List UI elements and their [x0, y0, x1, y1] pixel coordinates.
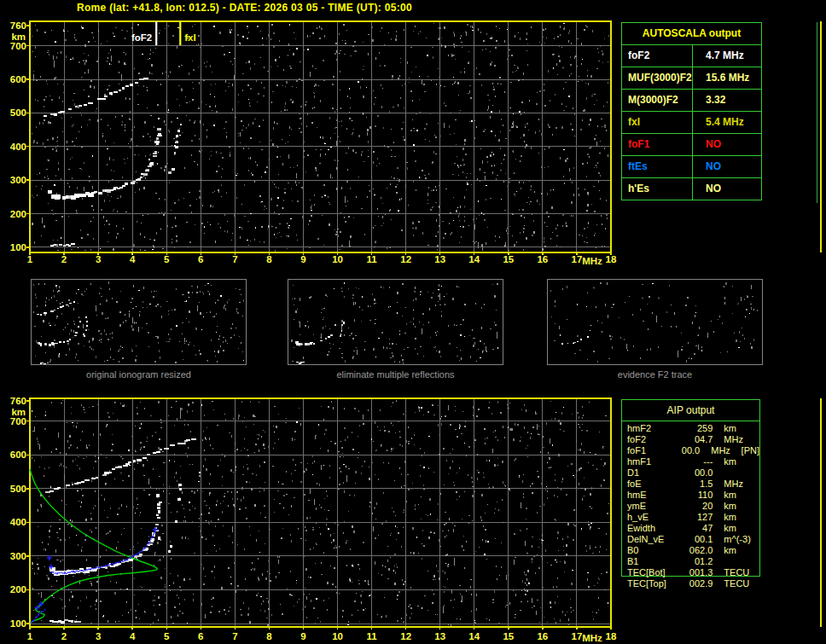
aip-row: foE1.5MHz — [622, 479, 759, 490]
svg-text:760: 760 — [10, 396, 26, 406]
autoscala-row-value: 3.32 — [693, 90, 761, 111]
aip-value: 00.0 — [671, 445, 700, 456]
svg-text:15: 15 — [503, 631, 514, 641]
svg-text:9: 9 — [300, 631, 305, 641]
svg-text:11: 11 — [367, 254, 378, 264]
autoscala-row-label: M(3000)F2 — [622, 90, 693, 111]
svg-text:7: 7 — [232, 254, 237, 264]
svg-text:1: 1 — [27, 254, 33, 264]
svg-text:18: 18 — [606, 631, 617, 641]
aip-label: foE — [622, 479, 679, 490]
panel-original-ionogram — [31, 279, 247, 365]
svg-text:3: 3 — [96, 631, 101, 641]
autoscala-row: ftEsNO — [622, 155, 761, 177]
svg-text:10: 10 — [332, 254, 343, 264]
aip-unit: TECU — [724, 567, 759, 578]
aip-unit: MHz — [724, 434, 759, 445]
aip-row: hmF2259km — [622, 423, 759, 434]
aip-row: foF204.7MHz — [622, 434, 759, 445]
svg-text:12: 12 — [400, 631, 411, 641]
svg-text:17: 17 — [572, 254, 583, 264]
svg-text:2: 2 — [61, 254, 67, 264]
aip-label: h_vE — [622, 512, 679, 523]
autoscala-row: M(3000)F23.32 — [622, 89, 761, 111]
aip-unit: km — [724, 423, 759, 434]
aip-unit: km — [724, 512, 759, 523]
autoscala-row-value: NO — [693, 134, 761, 155]
aip-row: hmE110km — [622, 490, 759, 501]
svg-text:MHz: MHz — [582, 256, 602, 266]
autoscala-row: h'EsNO — [622, 177, 761, 200]
svg-text:9: 9 — [300, 254, 305, 264]
svg-text:8: 8 — [266, 631, 272, 641]
svg-text:500: 500 — [10, 107, 26, 118]
aip-extra: [PN] — [742, 445, 759, 456]
panel-label-original: original ionogram resized — [31, 369, 247, 380]
aip-row: B0062.0km — [622, 545, 759, 556]
svg-text:2: 2 — [61, 631, 67, 641]
aip-row: DelN_vE00.1m^(-3) — [622, 534, 759, 545]
aip-row: D100.0 — [622, 467, 759, 479]
svg-text:14: 14 — [468, 631, 480, 641]
aip-row: hmF1---km — [622, 456, 759, 467]
autoscala-row-label: MUF(3000)F2 — [622, 67, 693, 89]
fxi-marker-label: fxI — [184, 32, 195, 43]
autoscala-row-value: 5.4 MHz — [693, 112, 761, 133]
svg-text:5: 5 — [164, 631, 170, 641]
cropped-plot-border-top — [820, 21, 822, 252]
aip-unit — [724, 467, 759, 479]
aip-unit — [724, 556, 759, 567]
svg-text:700: 700 — [10, 416, 26, 426]
panel-evidence-f2-trace — [547, 279, 763, 365]
aip-unit: km — [724, 545, 759, 556]
aip-value: 110 — [679, 490, 713, 501]
aip-unit: MHz — [711, 445, 741, 456]
aip-unit: km — [724, 523, 759, 534]
panel-eliminate-reflections — [288, 279, 503, 365]
svg-text:3: 3 — [96, 254, 101, 264]
aip-row: B101.2 — [622, 556, 759, 567]
svg-text:600: 600 — [10, 74, 26, 84]
autoscala-row-value: 4.7 MHz — [693, 45, 761, 67]
svg-text:300: 300 — [10, 175, 26, 185]
svg-text:6: 6 — [198, 254, 203, 264]
svg-text:18: 18 — [606, 254, 617, 264]
svg-text:5: 5 — [164, 254, 170, 264]
aip-unit: TECU — [724, 578, 759, 589]
aip-value: 259 — [679, 423, 713, 434]
cropped-table-border — [817, 22, 817, 203]
svg-text:km: km — [11, 407, 26, 417]
svg-text:8: 8 — [266, 254, 272, 264]
autoscala-row: MUF(3000)F215.6 MHz — [622, 67, 761, 89]
autoscala-row-label: h'Es — [622, 178, 693, 200]
aip-value: 04.7 — [679, 434, 713, 445]
aip-row: foF100.0MHz[PN] — [622, 445, 759, 456]
svg-text:600: 600 — [10, 450, 26, 460]
autoscala-row-value: NO — [693, 156, 761, 177]
svg-text:200: 200 — [10, 209, 26, 219]
svg-text:7: 7 — [232, 631, 237, 641]
aip-row: h_vE127km — [622, 512, 759, 523]
aip-value: 062.0 — [679, 545, 713, 556]
bottom-ionogram-plot: 760700600500400300200100km12345678910111… — [0, 388, 620, 644]
svg-text:400: 400 — [10, 142, 26, 152]
svg-text:1: 1 — [27, 631, 33, 641]
aip-table-rows: hmF2259kmfoF204.7MHzfoF100.0MHz[PN]hmF1-… — [622, 423, 759, 589]
aip-label: B1 — [622, 556, 679, 567]
aip-value: 20 — [679, 501, 713, 512]
aip-label: hmE — [622, 490, 679, 501]
aip-label: B0 — [622, 545, 679, 556]
aip-row: TEC[Bot]001.3TECU — [622, 567, 759, 578]
svg-text:200: 200 — [10, 584, 26, 595]
aip-label: foF2 — [622, 434, 679, 445]
aip-label: Ewidth — [622, 523, 679, 534]
aip-value: 127 — [679, 512, 713, 523]
svg-text:17: 17 — [572, 631, 583, 641]
aip-value: 00.1 — [679, 534, 713, 545]
autoscala-row: foF24.7 MHz — [622, 45, 761, 67]
svg-text:4: 4 — [130, 254, 136, 264]
top-ionogram-plot: 760700600500400300200100km12345678910111… — [0, 0, 620, 270]
svg-text:11: 11 — [367, 631, 378, 641]
autoscala-table-rows: foF24.7 MHzMUF(3000)F215.6 MHzM(3000)F23… — [622, 45, 761, 200]
svg-text:13: 13 — [434, 254, 445, 264]
